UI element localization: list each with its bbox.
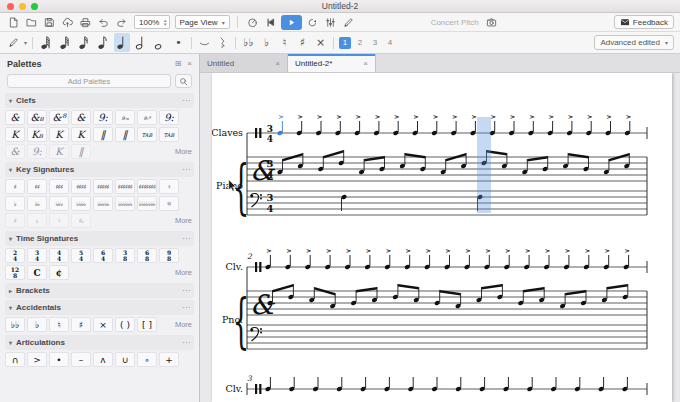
undo-button[interactable] bbox=[96, 15, 111, 30]
thirty-second-note-button[interactable] bbox=[57, 33, 73, 52]
palette-cell[interactable]: ♯♯ bbox=[27, 179, 47, 194]
traffic-lights[interactable] bbox=[7, 3, 38, 10]
minimize-window-button[interactable] bbox=[19, 3, 26, 10]
tab-untitled-2-[interactable]: Untitled-2*× bbox=[288, 54, 376, 72]
palette-section-accidentals[interactable]: ▾Accidentals⋯ bbox=[5, 300, 194, 315]
voice-4-button[interactable]: 4 bbox=[384, 37, 396, 49]
palette-cell[interactable]: 54 bbox=[71, 248, 91, 263]
palette-cell[interactable]: ♭♭ bbox=[27, 196, 47, 211]
double-sharp-button[interactable]: × bbox=[313, 35, 328, 50]
palette-cell[interactable]: K bbox=[5, 127, 25, 142]
close-icon[interactable]: × bbox=[275, 59, 280, 68]
palette-cell[interactable]: ♭♭♭♭♭♭ bbox=[115, 196, 135, 211]
tab-untitled[interactable]: Untitled× bbox=[200, 54, 288, 72]
redo-button[interactable] bbox=[114, 15, 129, 30]
palette-cell[interactable]: TAB bbox=[137, 127, 157, 142]
palette-cell[interactable]: ♯♭ bbox=[71, 213, 91, 228]
palette-cell[interactable]: K bbox=[49, 144, 69, 159]
palette-cell[interactable]: ‖ bbox=[71, 144, 91, 159]
section-menu-icon[interactable]: ⋯ bbox=[182, 303, 190, 312]
palette-cell[interactable]: + bbox=[159, 352, 179, 367]
palette-cell[interactable]: ʌ bbox=[93, 352, 113, 367]
sixty-fourth-note-button[interactable] bbox=[38, 33, 54, 52]
quarter-note-button[interactable] bbox=[114, 33, 130, 52]
palette-section-articulations[interactable]: ▾Articulations⋯ bbox=[5, 335, 194, 350]
palette-cell[interactable]: ♮ bbox=[49, 213, 69, 228]
augmentation-dot-button[interactable]: • bbox=[171, 35, 186, 50]
palette-cell[interactable]: ♭♭ bbox=[5, 317, 25, 332]
play-button[interactable] bbox=[281, 15, 302, 30]
close-icon[interactable]: × bbox=[363, 59, 368, 68]
maximize-window-button[interactable] bbox=[31, 3, 38, 10]
palette-cell[interactable]: 44 bbox=[49, 248, 69, 263]
palette-cell[interactable]: > bbox=[27, 352, 47, 367]
view-mode-dropdown[interactable]: Page View ▾ bbox=[175, 15, 230, 29]
sixteenth-note-button[interactable] bbox=[76, 33, 92, 52]
palette-cell[interactable]: K bbox=[49, 127, 69, 142]
palette-cell[interactable]: ♭♭♭♭♭♭♭ bbox=[137, 196, 157, 211]
palette-cell[interactable]: & bbox=[5, 110, 25, 125]
chevron-down-icon[interactable]: ▾ bbox=[24, 39, 27, 46]
palette-cell[interactable]: TAB bbox=[159, 127, 179, 142]
natural-button[interactable]: ♮ bbox=[277, 35, 292, 50]
whole-note-button[interactable] bbox=[152, 33, 168, 52]
close-icon[interactable]: × bbox=[187, 59, 192, 68]
palette-cell[interactable]: ♯ bbox=[5, 179, 25, 194]
close-window-button[interactable] bbox=[7, 3, 14, 10]
palette-cell[interactable]: [ ] bbox=[137, 317, 157, 332]
palette-section-brackets[interactable]: ▸Brackets⋯ bbox=[5, 283, 194, 298]
palette-more-button[interactable]: More bbox=[175, 216, 194, 225]
voice-3-button[interactable]: 3 bbox=[369, 37, 381, 49]
palette-cell[interactable]: &⁸ bbox=[49, 110, 69, 125]
save-button[interactable] bbox=[42, 15, 57, 30]
tie-button[interactable] bbox=[197, 35, 212, 50]
score-canvas[interactable]: Claves34>>>>>>>>>>>>>>>>>>>{Piano&34342C… bbox=[200, 73, 680, 402]
palette-cell[interactable]: ♮ bbox=[159, 179, 179, 194]
palette-section-time-signatures[interactable]: ▾Time Signatures⋯ bbox=[5, 231, 194, 246]
mixer-button[interactable] bbox=[323, 15, 338, 30]
palette-cell[interactable]: ( ) bbox=[115, 317, 135, 332]
section-menu-icon[interactable]: ⋯ bbox=[182, 165, 190, 174]
double-flat-button[interactable]: ♭♭ bbox=[241, 35, 256, 50]
palette-cell[interactable]: ♯♯♯ bbox=[49, 179, 69, 194]
palette-section-key-signatures[interactable]: ▾Key Signatures⋯ bbox=[5, 162, 194, 177]
palette-cell[interactable]: ♭♭♭♭♭ bbox=[93, 196, 113, 211]
palette-cell[interactable]: 24 bbox=[5, 248, 25, 263]
palette-more-button[interactable]: More bbox=[175, 268, 194, 277]
palette-cell[interactable]: 64 bbox=[93, 248, 113, 263]
palette-cell[interactable]: ‖ bbox=[93, 127, 113, 142]
section-menu-icon[interactable]: ⋯ bbox=[182, 286, 190, 295]
palette-cell[interactable]: ♯♯♯♯ bbox=[71, 179, 91, 194]
concert-pitch-toggle[interactable]: Concert Pitch bbox=[431, 18, 479, 27]
palette-cell[interactable]: ♯♯♯♯♯♯♯ bbox=[137, 179, 157, 194]
palette-cell[interactable]: ♮♮ bbox=[159, 196, 179, 211]
section-menu-icon[interactable]: ⋯ bbox=[182, 96, 190, 105]
image-capture-button[interactable] bbox=[484, 15, 499, 30]
spinner-down-icon[interactable]: ▾ bbox=[164, 22, 167, 26]
sharp-button[interactable]: ♯ bbox=[295, 35, 310, 50]
palette-cell[interactable]: 68 bbox=[137, 248, 157, 263]
voice-2-button[interactable]: 2 bbox=[354, 37, 366, 49]
section-menu-icon[interactable]: ⋯ bbox=[182, 234, 190, 243]
palette-cell[interactable]: 9:⁸ bbox=[137, 110, 157, 125]
palette-cell[interactable]: ♮ bbox=[49, 317, 69, 332]
workspace-dropdown[interactable]: Advanced edited ▾ bbox=[594, 35, 674, 50]
score-page[interactable]: Claves34>>>>>>>>>>>>>>>>>>>{Piano&34342C… bbox=[212, 73, 672, 402]
palette-cell[interactable]: 34 bbox=[27, 248, 47, 263]
palette-cell[interactable]: 98 bbox=[159, 248, 179, 263]
undock-icon[interactable]: ⊞ bbox=[175, 59, 182, 68]
palette-cell[interactable]: ♯ bbox=[5, 213, 25, 228]
zoom-control[interactable]: 100% ▴▾ bbox=[134, 15, 170, 29]
notation-svg[interactable]: Claves34>>>>>>>>>>>>>>>>>>>{Piano&34342C… bbox=[212, 73, 672, 402]
palette-cell[interactable]: ¢ bbox=[49, 265, 69, 280]
palette-cell[interactable]: C bbox=[27, 265, 47, 280]
voice-1-button[interactable]: 1 bbox=[339, 37, 351, 49]
palette-cell[interactable]: 9: bbox=[27, 144, 47, 159]
palette-cell[interactable]: K bbox=[71, 127, 91, 142]
feedback-button[interactable]: Feedback bbox=[614, 15, 674, 29]
palette-cell[interactable]: ♭ bbox=[5, 196, 25, 211]
palette-cell[interactable]: ♯ bbox=[71, 317, 91, 332]
add-palettes-button[interactable]: Add Palettes bbox=[7, 74, 171, 88]
note-input-mode-button[interactable] bbox=[6, 35, 21, 50]
palette-cell[interactable]: ♭♭♭♭ bbox=[71, 196, 91, 211]
